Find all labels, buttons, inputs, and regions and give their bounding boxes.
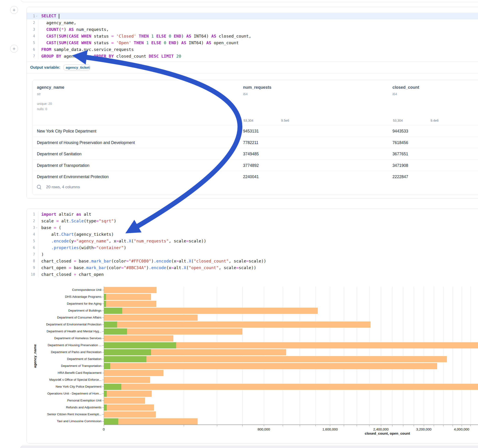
- code-text: COUNT(*) AS num_requests,: [38, 27, 109, 32]
- y-category-label: Senior Citizen Rent Increase Exempti...: [0, 412, 101, 416]
- x-axis-tick: [369, 425, 369, 426]
- x-axis-tick: [392, 425, 392, 426]
- table-row: Department of Environmental Protection22…: [33, 171, 478, 182]
- x-tick-label: 1,600,000: [316, 427, 344, 431]
- bar-open-count: [104, 349, 151, 355]
- y-category-label: Department of Parks and Recreation: [0, 350, 101, 354]
- line-number: 1: [27, 212, 35, 216]
- gridline: [414, 286, 414, 425]
- y-category-label: Correspondence Unit: [0, 288, 101, 292]
- x-tick-label: 800,000: [250, 427, 278, 431]
- table-cell: 3749485: [243, 148, 259, 160]
- histogram-range-labels: 53,3049.4e6: [393, 119, 439, 122]
- y-category-label: Department of Health and Mental Hyg...: [0, 330, 101, 333]
- y-axis-tick: [102, 394, 104, 394]
- gridline: [443, 286, 443, 425]
- x-axis-tick: [104, 425, 104, 426]
- table-dimensions-label: 20 rows, 4 columns: [46, 185, 80, 189]
- search-icon[interactable]: [37, 185, 42, 189]
- column-type: i64: [243, 92, 248, 96]
- code-text: agency_name,: [38, 20, 76, 25]
- x-tick-label: 4,000,000: [448, 427, 475, 431]
- table-cell: Department of Environmental Protection: [37, 171, 109, 182]
- dataframe-preview: agency_namestrunique: 20nulls: 0num_requ…: [32, 80, 478, 195]
- add-cell-button-middle[interactable]: +: [10, 45, 18, 53]
- fold-chevron-icon[interactable]: ⌄: [35, 226, 38, 229]
- code-line: 3⌄base = (: [27, 224, 478, 231]
- code-text: import altair as alt: [38, 212, 91, 217]
- y-axis-tick: [102, 338, 104, 339]
- code-line: 5 .encode(y="agency_name", x=alt.X("num_…: [27, 238, 478, 244]
- gridline: [369, 286, 369, 425]
- y-category-label: Operations Unit - Department of Hom...: [0, 392, 101, 395]
- line-number: 5: [27, 239, 35, 243]
- code-line: 9chart_open = base.mark_bar(color="#8BC3…: [27, 264, 478, 271]
- y-axis-tick: [102, 400, 104, 401]
- bar-closed-count: [104, 315, 198, 321]
- add-cell-button-top[interactable]: +: [10, 6, 18, 14]
- bar-closed-count: [104, 301, 156, 307]
- y-category-label: Mayorâ€ s Office of Special Enforce...: [0, 378, 101, 381]
- y-category-label: Department of Homeless Services: [0, 336, 101, 340]
- gridline: [283, 286, 283, 425]
- output-variable-label: Output variable:: [30, 65, 60, 70]
- python-code-editor[interactable]: 1import altair as alt2scale = alt.Scale(…: [27, 211, 478, 278]
- y-axis-tick: [102, 387, 104, 387]
- line-number: 1: [27, 14, 35, 18]
- y-axis-tick: [102, 317, 104, 318]
- y-axis-tick: [102, 297, 104, 297]
- column-header: closed_count: [392, 85, 419, 90]
- gridline: [184, 286, 184, 425]
- code-text: CAST(SUM(CASE WHEN status = 'Closed' THE…: [38, 34, 251, 38]
- fold-chevron-icon[interactable]: ⌄: [35, 14, 38, 17]
- gridline: [424, 286, 424, 425]
- output-variable-badge[interactable]: agency_tickets: [63, 64, 90, 70]
- code-line: 1import altair as alt: [27, 211, 478, 218]
- line-number: 9: [27, 266, 35, 270]
- bar-closed-count: [104, 322, 371, 328]
- code-line: 5 CAST(SUM(CASE WHEN status = 'Open' THE…: [27, 39, 478, 46]
- code-text: .properties(width="container"): [38, 245, 126, 250]
- x-axis-line: [104, 424, 478, 425]
- y-axis-tick: [102, 414, 104, 415]
- table-cell: Department of Sanitation: [37, 148, 82, 160]
- y-category-label: DHS Advantage Programs: [0, 295, 101, 299]
- y-category-label: Department of Environmental Protection: [0, 323, 101, 326]
- sql-code-editor[interactable]: 1⌄SELECT 2 agency_name,3 COUNT(*) AS num…: [27, 13, 478, 59]
- line-number: 5: [27, 41, 35, 45]
- bar-closed-count: [104, 411, 156, 417]
- code-text: alt.Chart(agency_tickets): [38, 232, 114, 237]
- gridline: [300, 286, 300, 425]
- gridline: [392, 286, 392, 425]
- x-axis-tick: [300, 425, 300, 426]
- x-axis-tick: [283, 425, 283, 426]
- x-axis-tick: [264, 425, 264, 426]
- bar-closed-count: [104, 398, 145, 404]
- table-row: Department of Housing Preservation and D…: [33, 137, 478, 148]
- table-cell: 2240041: [243, 171, 259, 182]
- column-header: num_requests: [243, 85, 271, 90]
- gridline: [470, 286, 471, 425]
- line-number: 3: [27, 27, 35, 31]
- x-axis-tick: [462, 425, 462, 426]
- table-row: Department of Sanitation37494853677651: [33, 148, 478, 160]
- bar-open-count: [104, 404, 107, 411]
- line-number: 7: [27, 252, 35, 256]
- table-cell: Department of Transportation: [37, 160, 89, 171]
- line-number: 6: [27, 246, 35, 250]
- y-category-label: Refunds and Adjustments: [0, 406, 101, 409]
- code-line: 1⌄SELECT: [27, 13, 478, 19]
- divider: [27, 74, 478, 74]
- y-category-label: Department of Housing Preservation ...: [0, 343, 101, 347]
- bar-closed-count: [104, 391, 152, 397]
- bar-closed-count: [104, 370, 164, 376]
- table-cell: 9443533: [392, 125, 408, 137]
- notebook-page: + + 1⌄SELECT 2 agency_name,3 COUNT(*) AS…: [0, 0, 478, 448]
- bar-closed-count: [104, 377, 150, 383]
- gridline: [264, 286, 264, 425]
- y-axis-tick: [102, 304, 104, 304]
- table-cell: 2222847: [392, 171, 408, 182]
- y-category-label: HRA Benefit Card Replacement: [0, 371, 101, 374]
- y-category-label: Department of Buildings: [0, 309, 101, 312]
- x-axis-tick: [470, 425, 471, 426]
